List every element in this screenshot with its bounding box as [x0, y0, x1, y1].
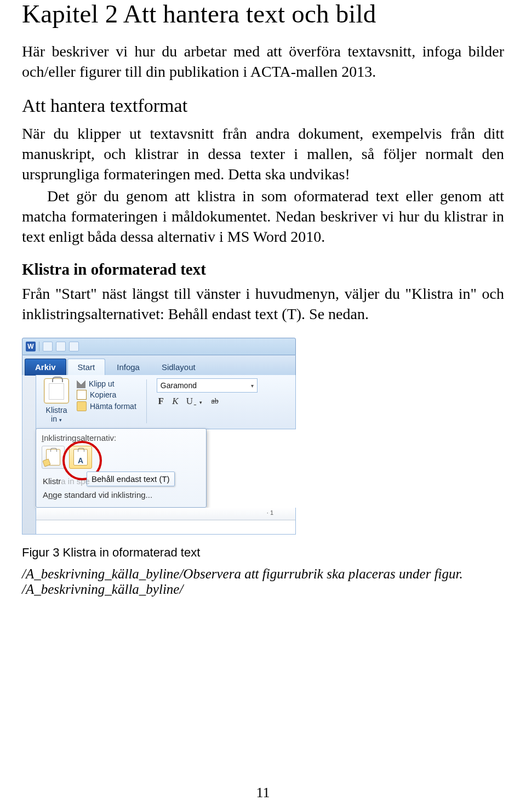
copy-icon: [77, 390, 87, 400]
bold-button[interactable]: F: [157, 396, 165, 407]
paste-options-popup: IInklistringsalternativ:nklistringsalter…: [36, 428, 207, 508]
intro-paragraph: Här beskriver vi hur du arbetar med att …: [22, 42, 504, 82]
body-paragraph: Från "Start" näst längst till vänster i …: [22, 284, 504, 325]
strike-button[interactable]: ab: [210, 397, 219, 406]
cut-button[interactable]: Klipp ut: [77, 379, 136, 388]
clipboard-actions: Klipp ut Kopiera Hämta format: [77, 378, 136, 411]
ribbon-tabs: Arkiv Start Infoga Sidlayout: [22, 355, 296, 375]
underline-button[interactable]: U ▾: [185, 396, 205, 407]
font-group: Garamond ▾ F K U ▾ ab: [157, 378, 258, 407]
clipboard-icon: [44, 378, 69, 404]
font-name: Garamond: [161, 381, 197, 390]
tooltip: Behåll endast text (T): [87, 472, 175, 486]
ruler: · 1: [36, 508, 295, 520]
redo-icon[interactable]: [69, 342, 79, 351]
subsection-heading: Klistra in oformaterad text: [22, 260, 504, 279]
tab-pagelayout[interactable]: Sidlayout: [151, 359, 206, 376]
separator: [39, 342, 39, 351]
clipboard-brush-icon: [46, 449, 60, 465]
left-gutter: [22, 375, 36, 535]
copy-button[interactable]: Kopiera: [77, 390, 136, 400]
word-app-icon: W: [26, 342, 36, 351]
page-number: 11: [0, 785, 526, 801]
italic-button[interactable]: K: [171, 396, 180, 407]
tab-insert[interactable]: Infoga: [106, 359, 150, 376]
paste-button[interactable]: Klistra in ▾: [41, 378, 72, 423]
brush-icon: [77, 401, 87, 411]
body-text: När du klipper ut textavsnitt från andra…: [22, 125, 504, 183]
scissors-icon: [77, 379, 85, 388]
chevron-down-icon: ▾: [251, 383, 254, 389]
chapter-heading: Kapitel 2 Att hantera text och bild: [22, 0, 504, 29]
font-select[interactable]: Garamond ▾: [157, 378, 258, 393]
undo-icon[interactable]: [56, 342, 66, 351]
group-separator: [146, 379, 147, 423]
clipboard-group: Klistra in ▾ Klipp ut Kopiera Hämta form…: [41, 378, 136, 423]
paste-label-2: in: [51, 414, 57, 423]
clipboard-a-icon: A: [73, 449, 88, 465]
word-screenshot: W Arkiv Start Infoga Sidlayout Klistra: [22, 338, 296, 535]
format-painter-button[interactable]: Hämta format: [77, 401, 136, 411]
tab-start[interactable]: Start: [67, 359, 106, 376]
body-paragraph: Det gör du genom att klistra in som ofor…: [22, 186, 504, 247]
set-default-paste-item[interactable]: Ange standard vid inklistring...: [42, 488, 201, 502]
save-icon[interactable]: [43, 342, 53, 351]
document-area: · 1: [36, 508, 296, 535]
font-format-row: F K U ▾ ab: [157, 396, 258, 407]
chevron-down-icon: ▾: [59, 417, 62, 423]
ribbon-home: Klistra in ▾ Klipp ut Kopiera Hämta form…: [36, 375, 296, 429]
body-paragraph: När du klipper ut textavsnitt från andra…: [22, 124, 504, 185]
paste-text-only-button[interactable]: A: [69, 446, 92, 469]
ruler-mark: · 1: [267, 509, 273, 516]
paste-label: Klistra: [41, 406, 72, 414]
quick-access-toolbar: W: [22, 338, 296, 355]
section-heading: Att hantera textformat: [22, 95, 504, 116]
figure-caption: Figur 3 Klistra in oformaterad text: [22, 546, 504, 560]
tab-file[interactable]: Arkiv: [25, 359, 66, 376]
popup-title: IInklistringsalternativ:nklistringsalter…: [42, 433, 201, 442]
paste-keep-source-button[interactable]: [42, 446, 65, 469]
figure-byline: /A_beskrivning_källa_byline/Observera at…: [22, 566, 504, 597]
